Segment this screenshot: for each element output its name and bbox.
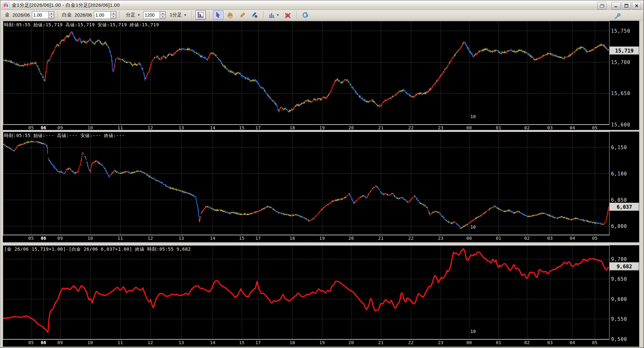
x-axis-label: 10: [88, 236, 93, 241]
x-axis-label: 05: [28, 125, 34, 130]
x-axis-label: 19: [319, 236, 325, 241]
x-axis-label: 23: [438, 340, 444, 345]
y-axis-label: 15,700: [611, 60, 630, 65]
x-axis-label: 05: [592, 236, 598, 241]
x-axis-label: 09: [58, 340, 63, 345]
x-axis: 0506091011121314151718192021222300010203…: [3, 125, 609, 130]
y-axis-label: 15,600: [611, 122, 630, 128]
x-axis-label: 20: [349, 125, 354, 130]
x-axis-label: 06: [41, 125, 46, 130]
x-axis-label: 21: [378, 236, 384, 241]
y-axis-label: 6,150: [611, 145, 627, 150]
gold-chart-canvas[interactable]: [3, 21, 609, 125]
x-axis-label: 01: [496, 125, 501, 130]
x-axis-label: 13: [179, 340, 184, 345]
x-axis-label: 04: [570, 236, 575, 241]
y-axis-label: 9,550: [611, 316, 627, 322]
y-axis-label: 9,500: [611, 336, 627, 342]
x-axis-label: 12: [148, 125, 153, 130]
x-axis: 0506091011121314151718192021222300010203…: [3, 339, 609, 347]
y-axis-label: 9,650: [611, 276, 627, 282]
y-axis-label: 6,100: [611, 171, 627, 177]
x-axis-label: 20: [349, 340, 354, 345]
x-axis-label: 19: [319, 125, 325, 130]
y-axis-label: 6,000: [611, 223, 627, 229]
x-axis-label: 00: [467, 236, 472, 241]
ohlc-info-line: 時刻:05:55 始値:--- 高値:--- 安値:--- 終値:---: [4, 133, 125, 139]
x-axis-label: 03: [547, 236, 553, 241]
x-axis-label: 11: [118, 340, 123, 345]
x-axis-label: 14: [210, 340, 216, 345]
x-axis-label: 05: [28, 236, 34, 241]
platinum-chart-canvas[interactable]: [3, 132, 609, 235]
x-axis-label: 17: [255, 236, 261, 241]
x-axis-label: 20: [349, 236, 354, 241]
x-axis-label: 15: [239, 340, 245, 345]
spread-chart-canvas[interactable]: [3, 245, 609, 339]
x-axis-label: 06: [41, 340, 46, 345]
x-axis-label: 09: [58, 236, 63, 241]
x-axis-label: 22: [408, 340, 414, 345]
x-axis-label: 00: [467, 125, 472, 130]
last-price-box: 6,037: [609, 203, 639, 211]
x-axis-label: 05: [592, 125, 598, 130]
x-axis-label: 14: [210, 125, 216, 130]
x-axis-label: 01: [496, 236, 501, 241]
x-axis-label: 09: [58, 125, 63, 130]
x-axis-label: 11: [118, 236, 123, 241]
x-axis-label: 22: [408, 236, 414, 241]
x-axis-label: 17: [255, 340, 261, 345]
y-axis-label: 9,600: [611, 296, 627, 302]
x-axis-label: 04: [570, 340, 575, 345]
x-axis-label: 10: [88, 125, 93, 130]
x-axis-label: 05: [28, 340, 34, 345]
x-axis-label: 23: [438, 125, 444, 130]
x-axis-label: 06: [41, 236, 46, 241]
last-price-box: 9,682: [609, 262, 639, 271]
x-axis-label: 12: [148, 340, 153, 345]
x-axis-label: 21: [378, 125, 384, 130]
x-axis-label: 15: [239, 125, 245, 130]
x-axis-label: 18: [290, 236, 295, 241]
x-axis-label: 03: [547, 340, 553, 345]
y-axis-label: 15,750: [611, 28, 630, 34]
x-axis-label: 22: [408, 125, 414, 130]
y-axis-label: 15,650: [611, 91, 630, 96]
y-axis: 6,1506,1006,0506,0006,037: [609, 132, 639, 242]
x-axis-label: 02: [524, 125, 530, 130]
x-axis-label: 00: [467, 340, 472, 345]
x-axis-label: 21: [378, 340, 384, 345]
x-axis-label: 02: [524, 340, 530, 345]
y-axis: 15,75015,70015,65015,60015,719: [609, 21, 639, 130]
ohlc-info-line: 時刻:05:55 始値:15,719 高値:15,719 安値:15,719 終…: [4, 22, 159, 28]
x-axis-label: 13: [179, 236, 184, 241]
x-axis-label: 15: [239, 236, 245, 241]
x-axis-label: 17: [255, 125, 261, 130]
y-axis: 9,7009,6509,6009,5509,5009,682: [609, 245, 639, 347]
x-axis-label: 12: [148, 236, 153, 241]
ohlc-info-line: [金 26/06 15,719×1.00]-[白金 26/06 6,037×1.…: [4, 247, 191, 252]
x-axis-label: 19: [319, 340, 325, 345]
x-axis-label: 18: [290, 125, 295, 130]
x-axis-label: 11: [118, 125, 123, 130]
y-axis-label: 9,700: [611, 256, 627, 262]
x-axis-label: 05: [592, 340, 598, 345]
chart-stack: 時刻:05:55 始値:15,719 高値:15,719 安値:15,719 終…: [0, 0, 644, 348]
x-axis-label: 18: [290, 340, 295, 345]
x-axis-label: 23: [438, 236, 444, 241]
x-axis: 0506091011121314151718192021222300010203…: [3, 235, 609, 242]
last-price-box: 15,719: [609, 46, 639, 55]
app-window: 金1分足[2026/06]1.00 - 白金1分足[2026/06]1.00 金…: [0, 0, 644, 348]
x-axis-label: 10: [88, 340, 93, 345]
x-axis-label: 04: [570, 125, 575, 130]
x-axis-label: 03: [547, 125, 553, 130]
y-axis-label: 6,050: [611, 197, 627, 203]
x-axis-label: 02: [524, 236, 530, 241]
x-axis-label: 13: [179, 125, 184, 130]
x-axis-label: 01: [496, 340, 501, 345]
x-axis-label: 14: [210, 236, 216, 241]
